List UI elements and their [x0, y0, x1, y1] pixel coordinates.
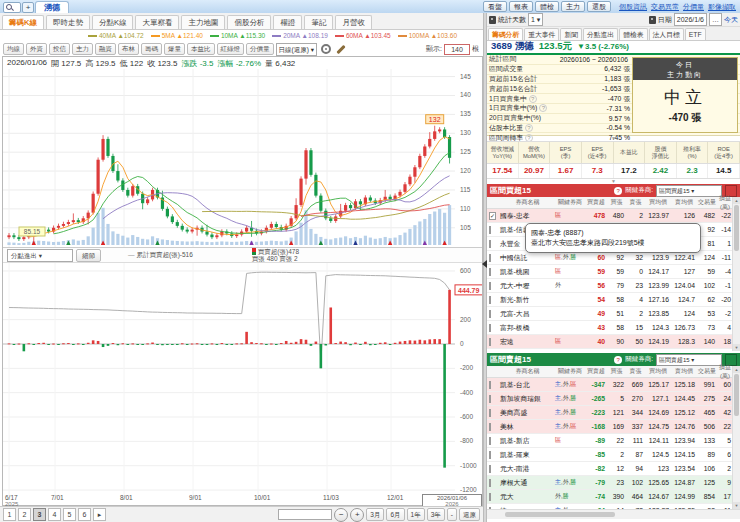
col-header[interactable]: 買賣超	[585, 367, 607, 376]
chart-toolbar-紅綠燈[interactable]: 紅綠燈	[217, 43, 245, 55]
panel-tab-ETF[interactable]: ETF	[685, 28, 706, 40]
nav-tab-月營收[interactable]: 月營收	[335, 15, 372, 29]
topbar-button-報表[interactable]: 報表	[509, 1, 533, 12]
range-button--[interactable]: -	[447, 508, 457, 521]
page-button-▸[interactable]: ▸	[93, 508, 106, 521]
nav-tab-主力地圖[interactable]: 主力地圖	[181, 15, 225, 29]
date-input[interactable]: 2026/1/6	[674, 13, 707, 26]
chart-toolbar-爆量[interactable]: 爆量	[164, 43, 185, 55]
table-row[interactable]: 元富-大昌49512123.8512453-2	[487, 307, 740, 321]
nav-tab-分點K線[interactable]: 分點K線	[92, 15, 134, 29]
col-header[interactable]: 損益(萬)	[717, 194, 733, 212]
table-row[interactable]: 元大-中壢外567923123.99124.04102-1	[487, 279, 740, 293]
key-broker-select[interactable]: 區間賣超15 ▾	[656, 354, 722, 366]
topbar-link-交易異常[interactable]: 交易異常	[651, 2, 679, 12]
row-checkbox[interactable]	[489, 409, 491, 417]
gear-icon[interactable]	[321, 44, 331, 54]
page-button-5[interactable]: 5	[63, 508, 76, 521]
nav-tab-即時走勢[interactable]: 即時走勢	[46, 15, 90, 29]
col-header[interactable]: 買張	[607, 367, 626, 376]
col-header[interactable]: 交易量	[697, 367, 717, 376]
col-header[interactable]: 賣均價	[671, 367, 697, 376]
row-checkbox[interactable]	[489, 324, 491, 332]
zoom-out-button[interactable]: −	[334, 508, 348, 522]
today-link[interactable]: 今天	[724, 15, 738, 25]
col-header[interactable]: 關鍵券商	[555, 198, 585, 207]
row-checkbox[interactable]	[489, 451, 491, 459]
col-header[interactable]: 買均價	[645, 367, 671, 376]
col-header[interactable]: 券商名稱	[500, 198, 555, 207]
row-checkbox[interactable]	[489, 296, 491, 304]
page-button-3[interactable]: 3	[33, 508, 46, 521]
row-checkbox[interactable]	[489, 282, 491, 290]
row-checkbox[interactable]	[489, 338, 491, 346]
row-checkbox[interactable]	[489, 423, 491, 431]
col-header[interactable]: 買均價	[645, 198, 671, 207]
table-row[interactable]: 元大外,勝-74390464124.67124.9985417	[487, 490, 740, 504]
table-row[interactable]: 新光-新竹54584127.16124.762-20	[487, 293, 740, 307]
page-button-4[interactable]: 4	[48, 508, 61, 521]
table-row[interactable]: 中國信託區,外,勝609232123.9122.41124-11	[487, 251, 740, 265]
chart-toolbar-布林[interactable]: 布林	[118, 43, 139, 55]
table-row[interactable]: 宏遠區409050124.19128.314018	[487, 335, 740, 349]
chart-toolbar-外資[interactable]: 外資	[26, 43, 47, 55]
table-row[interactable]: ✓國泰-忠孝區4784802123.97126482-22	[487, 209, 740, 223]
sell-table-scrollbar[interactable]: ▲▼	[732, 366, 740, 509]
date-more-button[interactable]: …	[709, 13, 722, 26]
help-icon[interactable]: ?	[539, 104, 547, 112]
panel-tab-分點進出[interactable]: 分點進出	[583, 28, 618, 40]
nav-tab-大單察看[interactable]: 大單察看	[135, 15, 179, 29]
row-checkbox[interactable]	[489, 493, 491, 501]
goto-date-input[interactable]	[278, 509, 332, 520]
col-header[interactable]: 損益(萬)	[717, 363, 733, 381]
row-checkbox[interactable]	[489, 268, 491, 276]
col-header[interactable]: 券商名稱	[500, 367, 555, 376]
chart-toolbar-分價量[interactable]: 分價量	[246, 43, 274, 55]
search-box[interactable]	[3, 2, 21, 13]
topbar-link-個股資訊[interactable]: 個股資訊	[619, 2, 647, 12]
table-row[interactable]: 凱基-桃園區59590124.1712759-4	[487, 265, 740, 279]
col-header[interactable]: 買賣超	[585, 198, 607, 207]
nav-tab-個股分析[interactable]: 個股分析	[227, 15, 271, 29]
add-tab-button[interactable]: +	[22, 2, 34, 13]
col-header[interactable]: 關鍵券商	[555, 367, 585, 376]
chart-toolbar-均線[interactable]: 均線	[3, 43, 24, 55]
broker-flow-chart[interactable]: 6002000-200-400-600-800-1000-1200444.79	[3, 263, 482, 495]
range-button-1年[interactable]: 1年	[407, 508, 425, 521]
days-select[interactable]: 1 ▾	[528, 13, 543, 26]
table-row[interactable]: 美商高盛主,外,勝-223121344124.69125.1246542	[487, 406, 740, 420]
page-button-1[interactable]: 1	[3, 508, 16, 521]
table-row[interactable]: 美林主,外,區-168169337124.75124.7650622	[487, 420, 740, 434]
topbar-button-主力[interactable]: 主力	[561, 1, 585, 12]
nav-tab-筆記[interactable]: 筆記	[304, 15, 333, 29]
buy-table-scrollbar[interactable]: ▲▼	[732, 197, 740, 351]
key-broker-select[interactable]: 區間買超15 ▾	[656, 185, 722, 197]
range-button-還原[interactable]: 還原	[459, 508, 480, 521]
table-row[interactable]: 新加坡商瑞銀主,外,勝-2655270127.1124.4527524	[487, 392, 740, 406]
help-icon[interactable]: ?	[529, 95, 537, 103]
nav-tab-籌碼K線[interactable]: 籌碼K線	[2, 15, 44, 29]
table-row[interactable]: 摩根大通主,外,勝-7923102125.65124.871259	[487, 476, 740, 490]
col-header[interactable]: 買張	[607, 198, 626, 207]
table-row[interactable]: 富邦-板橋435815124.3126.73734	[487, 321, 740, 335]
page-button-2[interactable]: 2	[18, 508, 31, 521]
zoom-in-button[interactable]: +	[350, 508, 364, 522]
panel-tab-法人目標[interactable]: 法人目標	[649, 28, 684, 40]
chart-toolbar-籌碼[interactable]: 籌碼	[141, 43, 162, 55]
topbar-button-看盤[interactable]: 看盤	[483, 1, 507, 12]
chart-toolbar-融資[interactable]: 融資	[95, 43, 116, 55]
display-count-input[interactable]: 140	[444, 44, 470, 55]
help-icon[interactable]: ?	[614, 187, 622, 195]
table-row[interactable]: 元大-南港-821294123123.541062	[487, 462, 740, 476]
topbar-button-選股[interactable]: 選股	[587, 1, 611, 12]
chart-toolbar-投信[interactable]: 投信	[49, 43, 70, 55]
panel-tab-重大事件[interactable]: 重大事件	[524, 28, 559, 40]
row-checkbox[interactable]	[489, 465, 491, 473]
row-checkbox[interactable]	[489, 479, 491, 487]
row-checkbox[interactable]	[489, 437, 491, 445]
topbar-link-分價量[interactable]: 分價量	[683, 2, 704, 12]
table-row[interactable]: 凱基-台北主,外,區-347322669125.17125.1899160	[487, 378, 740, 392]
candlestick-chart[interactable]: 14514013513012512011511010513285.15	[3, 69, 482, 247]
help-icon[interactable]: ?	[614, 356, 622, 364]
topbar-button-體檢[interactable]: 體檢	[535, 1, 559, 12]
